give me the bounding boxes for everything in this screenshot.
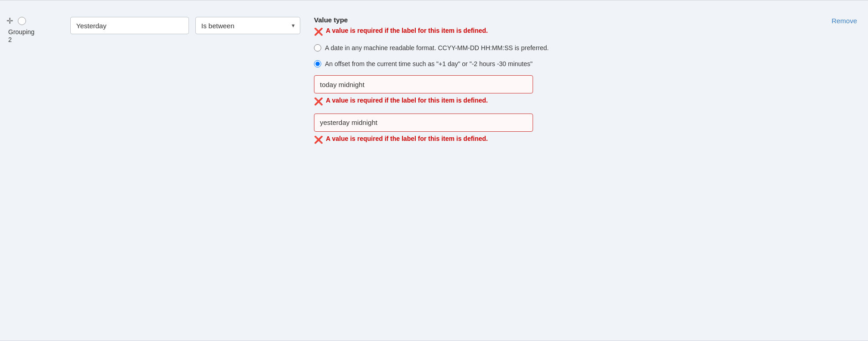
value2-error-text: A value is required if the label for thi… (326, 134, 488, 144)
value2-error-message: ❌ A value is required if the label for t… (314, 134, 813, 145)
radio-date[interactable] (314, 44, 321, 52)
radio-offset[interactable] (314, 60, 321, 67)
grouping-label: Grouping (8, 28, 35, 36)
value1-error-message: ❌ A value is required if the label for t… (314, 96, 813, 107)
value-input-1-wrapper (314, 75, 813, 93)
operator-select[interactable]: Is between Is Is not Is before Is after (195, 17, 300, 34)
drag-icon[interactable]: ✛ (6, 16, 13, 26)
radio-date-label: A date in any machine readable format. C… (325, 43, 549, 53)
field-input[interactable] (70, 17, 189, 34)
value-type-title: Value type (314, 16, 813, 24)
fields-row: Is between Is Is not Is before Is after (70, 17, 314, 34)
filter-row: ✛ Grouping 2 Is between Is Is not Is bef… (0, 10, 868, 160)
value-input-2[interactable] (314, 114, 533, 132)
right-header: Value type ❌ A value is required if the … (314, 16, 857, 151)
grouping-number: 2 (8, 36, 12, 43)
value1-error-icon: ❌ (314, 97, 323, 107)
value1-error-text: A value is required if the label for thi… (326, 96, 488, 105)
top-error-text: A value is required if the label for thi… (326, 26, 488, 36)
right-section: Value type ❌ A value is required if the … (314, 16, 857, 151)
left-section: ✛ Grouping 2 (6, 16, 61, 43)
row-radio[interactable] (18, 17, 26, 25)
radio-option-offset: An offset from the current time such as … (314, 59, 813, 69)
value-input-2-wrapper (314, 114, 813, 132)
radio-option-date: A date in any machine readable format. C… (314, 43, 813, 53)
value-type-block: Value type ❌ A value is required if the … (314, 16, 813, 151)
operator-select-wrapper: Is between Is Is not Is before Is after (195, 17, 300, 34)
radio-offset-label: An offset from the current time such as … (325, 59, 533, 69)
value-input-1[interactable] (314, 75, 533, 93)
filter-row-container: ✛ Grouping 2 Is between Is Is not Is bef… (0, 0, 868, 341)
drag-circle-row: ✛ (6, 16, 26, 26)
remove-link[interactable]: Remove (831, 16, 857, 25)
value2-error-icon: ❌ (314, 135, 323, 145)
top-error-icon: ❌ (314, 27, 323, 37)
top-error-message: ❌ A value is required if the label for t… (314, 26, 813, 37)
